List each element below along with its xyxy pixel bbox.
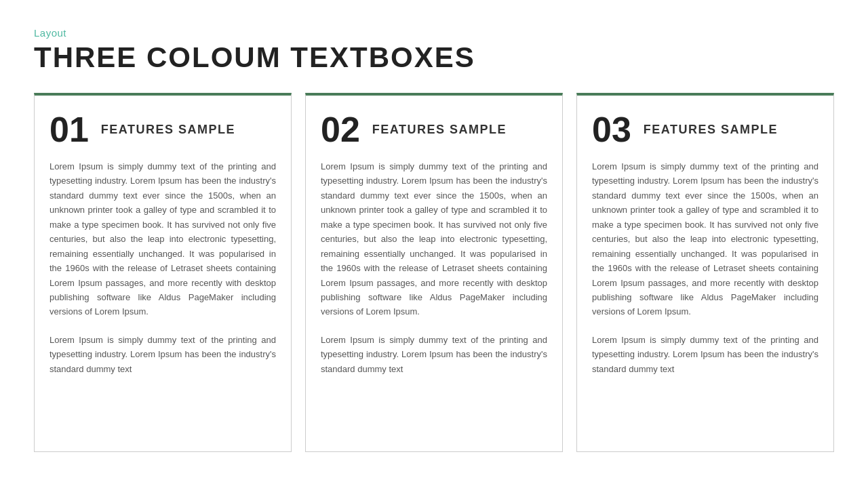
- card-header-2: 02 FEATURES SAMPLE: [321, 112, 547, 147]
- card-header-3: 03 FEATURES SAMPLE: [592, 112, 818, 147]
- card-paragraph1-1: Lorem Ipsum is simply dummy text of the …: [50, 159, 276, 319]
- column-card-1: 01 FEATURES SAMPLE Lorem Ipsum is simply…: [34, 93, 292, 452]
- card-number-3: 03: [592, 112, 631, 147]
- card-paragraph1-3: Lorem Ipsum is simply dummy text of the …: [592, 159, 818, 319]
- card-number-1: 01: [50, 112, 89, 147]
- card-header-1: 01 FEATURES SAMPLE: [50, 112, 276, 147]
- page-title: THREE COLOUM TEXTBOXES: [34, 41, 834, 74]
- column-card-3: 03 FEATURES SAMPLE Lorem Ipsum is simply…: [576, 93, 834, 452]
- card-title-3: FEATURES SAMPLE: [644, 123, 778, 137]
- card-body-2: Lorem Ipsum is simply dummy text of the …: [321, 159, 547, 376]
- card-title-2: FEATURES SAMPLE: [372, 123, 507, 137]
- page: Layout THREE COLOUM TEXTBOXES 01 FEATURE…: [0, 0, 868, 488]
- card-number-2: 02: [321, 112, 360, 147]
- card-body-3: Lorem Ipsum is simply dummy text of the …: [592, 159, 818, 376]
- card-paragraph2-3: Lorem Ipsum is simply dummy text of the …: [592, 333, 818, 376]
- columns-container: 01 FEATURES SAMPLE Lorem Ipsum is simply…: [34, 93, 834, 452]
- layout-label: Layout: [34, 27, 834, 39]
- card-paragraph2-2: Lorem Ipsum is simply dummy text of the …: [321, 333, 547, 376]
- card-body-1: Lorem Ipsum is simply dummy text of the …: [50, 159, 276, 376]
- card-paragraph2-1: Lorem Ipsum is simply dummy text of the …: [50, 333, 276, 376]
- card-paragraph1-2: Lorem Ipsum is simply dummy text of the …: [321, 159, 547, 319]
- card-title-1: FEATURES SAMPLE: [101, 123, 235, 137]
- column-card-2: 02 FEATURES SAMPLE Lorem Ipsum is simply…: [305, 93, 563, 452]
